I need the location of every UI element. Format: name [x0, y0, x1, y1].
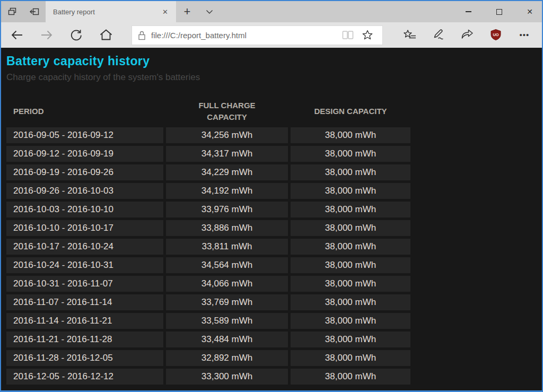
settings-more-button[interactable]: ••• [510, 22, 539, 48]
column-header-full-charge: FULL CHARGE CAPACITY [193, 100, 261, 123]
forward-arrow-icon [40, 28, 54, 42]
cell-full-charge: 33,589 mWh [166, 313, 288, 329]
cell-period: 2016-11-14 - 2016-11-21 [6, 313, 163, 329]
cell-design: 38,000 mWh [291, 239, 410, 255]
column-header-design: DESIGN CAPACITY [291, 106, 410, 117]
column-header-period: PERIOD [6, 106, 163, 117]
table-row: 2016-11-14 - 2016-11-21 33,589 mWh 38,00… [6, 313, 408, 329]
back-button[interactable] [2, 22, 32, 48]
address-bar[interactable]: file:///C:/report_battery.html [132, 25, 383, 45]
window-controls: ✕ [456, 1, 542, 22]
cell-period: 2016-09-05 - 2016-09-12 [6, 127, 163, 143]
cell-design: 38,000 mWh [291, 183, 410, 199]
ublock-shield-icon: UO [489, 29, 502, 41]
share-button[interactable] [453, 22, 481, 48]
cell-period: 2016-11-21 - 2016-11-28 [6, 332, 163, 347]
hub-button[interactable] [396, 22, 424, 48]
table-row: 2016-10-03 - 2016-10-10 33,976 mWh 38,00… [6, 202, 408, 217]
table-row: 2016-10-10 - 2016-10-17 33,886 mWh 38,00… [6, 220, 408, 236]
reading-view-button[interactable] [338, 26, 358, 45]
url-text[interactable]: file:///C:/report_battery.html [151, 31, 338, 40]
maximize-button[interactable] [487, 1, 511, 22]
more-icon: ••• [520, 33, 530, 37]
close-tab-icon[interactable]: ✕ [160, 7, 171, 17]
table-header-row: PERIOD FULL CHARGE CAPACITY DESIGN CAPAC… [6, 95, 408, 127]
cell-period: 2016-09-19 - 2016-09-26 [6, 164, 163, 180]
lock-icon [137, 30, 146, 40]
page-subtitle: Charge capacity history of the system's … [6, 72, 542, 83]
cell-design: 38,000 mWh [291, 276, 410, 292]
cell-period: 2016-10-03 - 2016-10-10 [6, 202, 163, 217]
cell-design: 38,000 mWh [291, 294, 410, 310]
home-button[interactable] [91, 22, 121, 48]
refresh-icon [69, 28, 83, 42]
cell-period: 2016-10-31 - 2016-11-07 [6, 276, 163, 292]
cell-design: 38,000 mWh [291, 202, 410, 217]
ublock-extension-button[interactable]: UO [481, 22, 510, 48]
chevron-down-icon [205, 7, 214, 16]
tab-battery-report[interactable]: Battery report ✕ [46, 1, 176, 22]
new-tab-button[interactable]: + [176, 1, 198, 22]
table-row: 2016-10-31 - 2016-11-07 34,066 mWh 38,00… [6, 276, 408, 292]
cell-design: 38,000 mWh [291, 332, 410, 347]
cell-full-charge: 34,066 mWh [166, 276, 288, 292]
cell-design: 38,000 mWh [291, 220, 410, 236]
cell-design: 38,000 mWh [291, 257, 410, 273]
cell-period: 2016-09-12 - 2016-09-19 [6, 146, 163, 162]
home-icon [99, 28, 113, 42]
cell-design: 38,000 mWh [291, 127, 410, 143]
cell-full-charge: 33,300 mWh [166, 369, 288, 385]
forward-button[interactable] [32, 22, 62, 48]
new-tab-icon: + [184, 6, 191, 18]
cell-design: 38,000 mWh [291, 164, 410, 180]
minimize-icon [466, 11, 471, 12]
cell-full-charge: 34,229 mWh [166, 164, 288, 180]
table-row: 2016-09-26 - 2016-10-03 34,192 mWh 38,00… [6, 183, 408, 199]
reading-view-icon [341, 30, 354, 40]
ublock-label: UO [493, 32, 498, 37]
table-row: 2016-09-19 - 2016-09-26 34,229 mWh 38,00… [6, 164, 408, 180]
table-row: 2016-10-24 - 2016-10-31 34,564 mWh 38,00… [6, 257, 408, 273]
cell-design: 38,000 mWh [291, 146, 410, 162]
cell-full-charge: 33,976 mWh [166, 202, 288, 217]
table-row: 2016-12-05 - 2016-12-12 33,300 mWh 38,00… [6, 369, 408, 385]
table-row: 2016-10-17 - 2016-10-24 33,811 mWh 38,00… [6, 239, 408, 255]
table-row: 2016-11-21 - 2016-11-28 33,484 mWh 38,00… [6, 332, 408, 347]
add-favorite-button[interactable] [358, 26, 377, 45]
cell-design: 38,000 mWh [291, 313, 410, 329]
page-title: Battery capacity history [6, 54, 542, 68]
table-row: 2016-09-12 - 2016-09-19 34,317 mWh 38,00… [6, 146, 408, 162]
set-tabs-aside-button[interactable] [23, 1, 46, 22]
cell-full-charge: 33,484 mWh [166, 332, 288, 347]
cell-period: 2016-10-17 - 2016-10-24 [6, 239, 163, 255]
table-row: 2016-11-28 - 2016-12-05 32,892 mWh 38,00… [6, 350, 408, 366]
cell-full-charge: 33,769 mWh [166, 294, 288, 310]
close-window-button[interactable]: ✕ [518, 1, 542, 22]
close-window-icon: ✕ [527, 7, 533, 16]
cell-full-charge: 34,192 mWh [166, 183, 288, 199]
refresh-button[interactable] [62, 22, 91, 48]
tab-bar: Battery report ✕ + ✕ [1, 1, 542, 22]
cell-full-charge: 34,317 mWh [166, 146, 288, 162]
tab-list-button[interactable] [198, 1, 221, 22]
star-icon [362, 29, 373, 41]
table-row: 2016-11-07 - 2016-11-14 33,769 mWh 38,00… [6, 294, 408, 310]
share-icon [460, 28, 474, 42]
page-content: Battery capacity history Charge capacity… [1, 48, 542, 390]
cell-period: 2016-12-05 - 2016-12-12 [6, 369, 163, 385]
tab-preview-button[interactable] [1, 1, 23, 22]
cell-full-charge: 34,256 mWh [166, 127, 288, 143]
set-tabs-aside-icon [29, 6, 40, 17]
cell-period: 2016-10-24 - 2016-10-31 [6, 257, 163, 273]
cell-period: 2016-11-28 - 2016-12-05 [6, 350, 163, 366]
web-note-button[interactable] [424, 22, 453, 48]
cell-period: 2016-11-07 - 2016-11-14 [6, 294, 163, 310]
cell-period: 2016-09-26 - 2016-10-03 [6, 183, 163, 199]
back-arrow-icon [10, 28, 24, 42]
hub-favorites-icon [403, 29, 417, 41]
cell-design: 38,000 mWh [291, 350, 410, 366]
cell-full-charge: 33,886 mWh [166, 220, 288, 236]
toolbar-right: UO ••• [396, 22, 539, 48]
cell-design: 38,000 mWh [291, 369, 410, 385]
minimize-button[interactable] [456, 1, 480, 22]
